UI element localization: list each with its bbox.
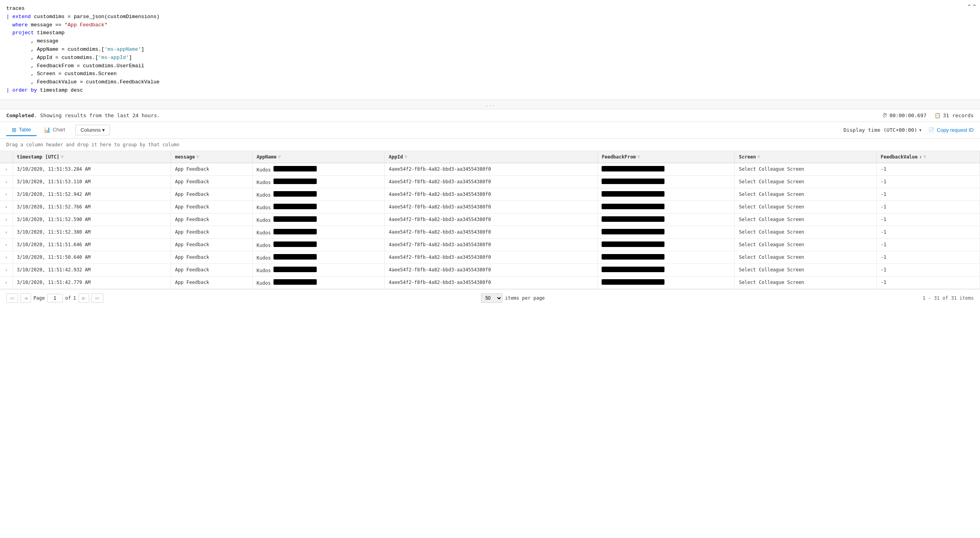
row-screen-7: Select Colleague Screen — [735, 251, 877, 263]
copy-icon: 📄 — [928, 127, 934, 133]
appid-filter-icon[interactable]: ▽ — [404, 154, 407, 159]
chevron-down-icon-2: ▾ — [919, 127, 922, 133]
table-row: › 3/10/2020, 11:51:51.646 AM App Feedbac… — [0, 238, 980, 251]
expand-button-3[interactable]: › — [4, 205, 9, 209]
expand-button-6[interactable]: › — [4, 242, 9, 247]
collapse-button[interactable]: ⌃⌃ — [967, 3, 977, 11]
copy-request-button[interactable]: 📄 Copy request ID — [928, 127, 974, 133]
row-timestamp-7: 3/10/2020, 11:51:50.640 AM — [13, 251, 171, 263]
appid-col-label: AppId — [389, 154, 403, 160]
row-feedback-4: -1 — [877, 213, 980, 226]
row-expand-7[interactable]: › — [0, 251, 13, 263]
screen-filter-icon[interactable]: ▽ — [758, 154, 760, 159]
table-icon: ⊞ — [12, 127, 17, 133]
first-page-button[interactable]: ⏮ — [6, 293, 18, 303]
row-expand-6[interactable]: › — [0, 238, 13, 251]
row-timestamp-4: 3/10/2020, 11:51:52.590 AM — [13, 213, 171, 226]
expand-button-4[interactable]: › — [4, 217, 9, 222]
row-message-5: App Feedback — [171, 226, 253, 238]
row-appid-1: 4aee54f2-f8fb-4a82-bbd3-aa34554380f0 — [385, 175, 598, 188]
col-screen-header[interactable]: Screen ▽ — [735, 151, 877, 163]
display-time-label: Display time (UTC+00:00) — [843, 127, 917, 133]
timer-display: ⏱ 00:00:00.697 — [882, 112, 927, 118]
results-table: timestamp [UTC] ▽ message ▽ AppName ▽ — [0, 151, 980, 289]
expand-button-7[interactable]: › — [4, 255, 9, 260]
table-row: › 3/10/2020, 11:51:52.380 AM App Feedbac… — [0, 226, 980, 238]
table-row: › 3/10/2020, 11:51:42.932 AM App Feedbac… — [0, 263, 980, 276]
feedbackvalue-sort-icon[interactable]: ↓ — [919, 154, 922, 159]
columns-button[interactable]: Columns ▾ — [75, 125, 110, 135]
col-feedbackvalue-header[interactable]: FeedbackValue ↓ ▽ — [877, 151, 980, 163]
row-feedback-6: -1 — [877, 238, 980, 251]
display-time-selector[interactable]: Display time (UTC+00:00) ▾ — [843, 127, 922, 133]
row-feedback-1: -1 — [877, 175, 980, 188]
chart-tab[interactable]: 📊 Chart — [38, 124, 71, 136]
row-feedback-9: -1 — [877, 276, 980, 289]
page-input[interactable] — [47, 294, 63, 302]
copy-request-label: Copy request ID — [937, 127, 974, 133]
screen-col-label: Screen — [739, 154, 756, 160]
prev-page-button[interactable]: ◀ — [20, 293, 31, 303]
row-expand-3[interactable]: › — [0, 201, 13, 213]
col-timestamp-header[interactable]: timestamp [UTC] ▽ — [13, 151, 171, 163]
row-screen-2: Select Colleague Screen — [735, 188, 877, 201]
timestamp-filter-icon[interactable]: ▽ — [61, 154, 64, 159]
row-screen-1: Select Colleague Screen — [735, 175, 877, 188]
toolbar-right: Display time (UTC+00:00) ▾ 📄 Copy reques… — [843, 127, 974, 133]
row-feedbackfrom-2 — [598, 188, 735, 201]
code-line-7: , AppId = customdims.['ms-appId'] — [6, 54, 974, 62]
col-appid-header[interactable]: AppId ▽ — [385, 151, 598, 163]
status-message: Completed. Showing results from the last… — [6, 112, 160, 118]
message-filter-icon[interactable]: ▽ — [196, 154, 199, 159]
completed-label: Completed — [6, 112, 34, 118]
expand-button-5[interactable]: › — [4, 230, 9, 234]
next-page-button[interactable]: ▶ — [79, 293, 89, 303]
row-appid-8: 4aee54f2-f8fb-4a82-bbd3-aa34554380f0 — [385, 263, 598, 276]
row-appname-3: Kudos — [253, 201, 385, 213]
row-appid-3: 4aee54f2-f8fb-4a82-bbd3-aa34554380f0 — [385, 201, 598, 213]
row-expand-5[interactable]: › — [0, 226, 13, 238]
code-line-1: traces — [6, 5, 974, 13]
records-display: 📋 31 records — [934, 112, 974, 118]
last-page-button[interactable]: ⏭ — [92, 293, 103, 303]
row-message-8: App Feedback — [171, 263, 253, 276]
row-expand-9[interactable]: › — [0, 276, 13, 289]
table-tab[interactable]: ⊞ Table — [6, 124, 37, 136]
row-appname-0: Kudos — [253, 163, 385, 175]
code-line-2: | extend customdims = parse_json(customD… — [6, 13, 974, 21]
feedbackfrom-filter-icon[interactable]: ▽ — [637, 154, 640, 159]
table-row: › 3/10/2020, 11:51:53.284 AM App Feedbac… — [0, 163, 980, 175]
col-feedbackfrom-header[interactable]: FeedbackFrom ▽ — [598, 151, 735, 163]
row-expand-8[interactable]: › — [0, 263, 13, 276]
expand-button-0[interactable]: › — [4, 167, 9, 171]
per-page-dropdown[interactable]: 50 100 200 — [481, 293, 503, 303]
expand-button-9[interactable]: › — [4, 280, 9, 285]
appname-filter-icon[interactable]: ▽ — [278, 154, 281, 159]
expand-button-1[interactable]: › — [4, 179, 9, 184]
chart-icon: 📊 — [44, 127, 50, 133]
row-appname-8: Kudos — [253, 263, 385, 276]
row-feedbackfrom-1 — [598, 175, 735, 188]
row-appname-7: Kudos — [253, 251, 385, 263]
drag-hint: Drag a column header and drop it here to… — [0, 139, 980, 151]
table-row: › 3/10/2020, 11:51:52.590 AM App Feedbac… — [0, 213, 980, 226]
expand-button-2[interactable]: › — [4, 192, 9, 197]
row-expand-1[interactable]: › — [0, 175, 13, 188]
feedbackvalue-col-label: FeedbackValue — [881, 154, 918, 160]
table-row: › 3/10/2020, 11:51:50.640 AM App Feedbac… — [0, 251, 980, 263]
col-message-header[interactable]: message ▽ — [171, 151, 253, 163]
page-navigation: ⏮ ◀ Page of 1 ▶ ⏭ — [6, 293, 103, 303]
results-table-wrapper[interactable]: timestamp [UTC] ▽ message ▽ AppName ▽ — [0, 151, 980, 289]
row-timestamp-5: 3/10/2020, 11:51:52.380 AM — [13, 226, 171, 238]
expand-button-8[interactable]: › — [4, 267, 9, 272]
row-expand-2[interactable]: › — [0, 188, 13, 201]
per-page-selector[interactable]: 50 100 200 items per page — [481, 293, 545, 303]
row-timestamp-0: 3/10/2020, 11:51:53.284 AM — [13, 163, 171, 175]
row-feedbackfrom-9 — [598, 276, 735, 289]
col-appname-header[interactable]: AppName ▽ — [253, 151, 385, 163]
row-timestamp-3: 3/10/2020, 11:51:52.766 AM — [13, 201, 171, 213]
row-expand-4[interactable]: › — [0, 213, 13, 226]
row-expand-0[interactable]: › — [0, 163, 13, 175]
feedbackvalue-filter-icon[interactable]: ▽ — [923, 154, 926, 159]
status-description: . Showing results from the last 24 hours… — [34, 112, 160, 118]
